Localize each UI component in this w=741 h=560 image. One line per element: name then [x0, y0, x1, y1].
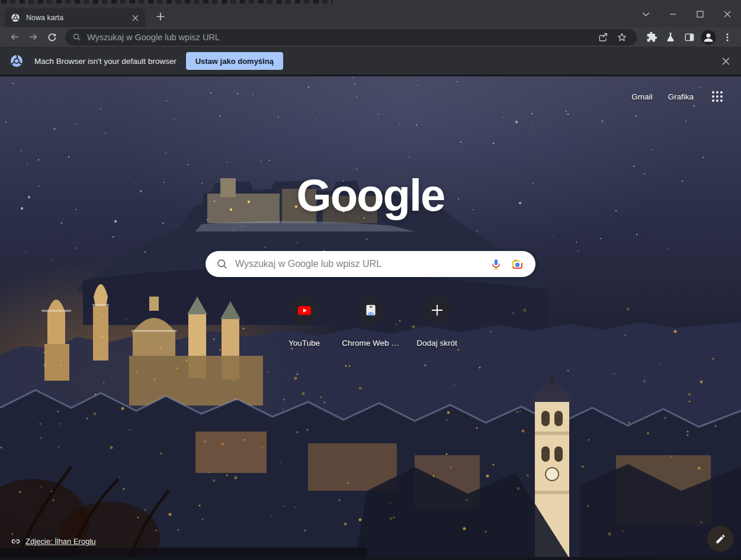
window-controls — [632, 4, 741, 24]
attribution-text: Zdjęcie: İlhan Eroglu — [25, 537, 96, 546]
edit-pencil-icon — [715, 533, 726, 545]
titlebar: Nowa karta — [0, 4, 741, 27]
search-magnifier-icon — [216, 258, 228, 270]
gmail-link[interactable]: Gmail — [631, 92, 652, 101]
address-bar[interactable] — [65, 29, 637, 46]
voice-search-mic-icon[interactable] — [487, 255, 505, 273]
profile-avatar[interactable] — [700, 28, 717, 46]
google-logo: Google — [0, 169, 741, 221]
images-link[interactable]: Grafika — [668, 92, 694, 101]
bookmark-star-icon[interactable] — [614, 30, 630, 45]
plus-icon — [156, 12, 165, 21]
glitch-pattern — [1, 0, 333, 4]
ntp-search-bar[interactable] — [206, 251, 535, 277]
reload-icon[interactable] — [43, 28, 62, 46]
default-browser-infobar: Mach Browser isn't your default browser … — [0, 47, 741, 75]
shortcut-youtube[interactable]: YouTube — [271, 296, 338, 347]
infobar-message: Mach Browser isn't your default browser — [34, 57, 177, 66]
set-default-button[interactable]: Ustaw jako domyślną — [186, 52, 283, 70]
experiments-flask-icon[interactable] — [662, 28, 679, 46]
tab-new-tab[interactable]: Nowa karta — [5, 8, 146, 27]
shortcut-label: Chrome Web … — [342, 339, 399, 347]
youtube-icon — [297, 303, 312, 317]
link-chain-icon — [11, 536, 21, 546]
tab-favicon-swirl-icon — [11, 13, 20, 22]
webstore-bag-icon — [363, 302, 378, 318]
photo-attribution-link[interactable]: Zdjęcie: İlhan Eroglu — [11, 536, 96, 546]
screen-artifact-strip — [0, 0, 741, 4]
search-icon — [72, 33, 81, 41]
back-icon[interactable] — [5, 28, 24, 46]
add-plus-icon — [431, 304, 444, 317]
ntp-header-links: Gmail Grafika — [631, 88, 726, 105]
customize-page-button[interactable] — [707, 526, 733, 552]
kebab-menu-icon[interactable] — [718, 28, 736, 46]
maximize-icon[interactable] — [687, 4, 714, 24]
tab-title: Nowa karta — [26, 14, 129, 22]
tab-search-chevron-icon[interactable] — [632, 4, 659, 24]
google-lens-camera-icon[interactable] — [508, 255, 526, 273]
share-icon[interactable] — [595, 30, 611, 45]
shortcut-label: YouTube — [288, 339, 320, 347]
new-tab-button[interactable] — [153, 9, 168, 24]
shortcut-add[interactable]: Dodaj skrót — [404, 296, 470, 347]
toolbar — [0, 27, 741, 47]
shortcut-label: Dodaj skrót — [416, 339, 457, 347]
google-apps-grid-icon[interactable] — [709, 88, 726, 105]
forward-icon[interactable] — [24, 28, 43, 46]
close-window-icon[interactable] — [714, 4, 741, 24]
window-bottom-edge — [0, 557, 741, 560]
tab-close-icon[interactable] — [129, 12, 141, 24]
new-tab-page: Gmail Grafika Google — [0, 76, 741, 557]
side-panel-icon[interactable] — [681, 28, 698, 46]
shortcut-row: YouTube Chrome Web … Dodaj skrót — [0, 296, 741, 347]
browser-window: Nowa karta — [0, 0, 741, 560]
browser-logo-icon — [9, 54, 24, 68]
ntp-search-input[interactable] — [235, 259, 483, 269]
minimize-icon[interactable] — [659, 4, 687, 24]
infobar-close-icon[interactable] — [718, 54, 733, 68]
shortcut-chrome-web-store[interactable]: Chrome Web … — [338, 296, 404, 347]
extensions-puzzle-icon[interactable] — [643, 28, 660, 46]
address-input[interactable] — [87, 33, 592, 42]
